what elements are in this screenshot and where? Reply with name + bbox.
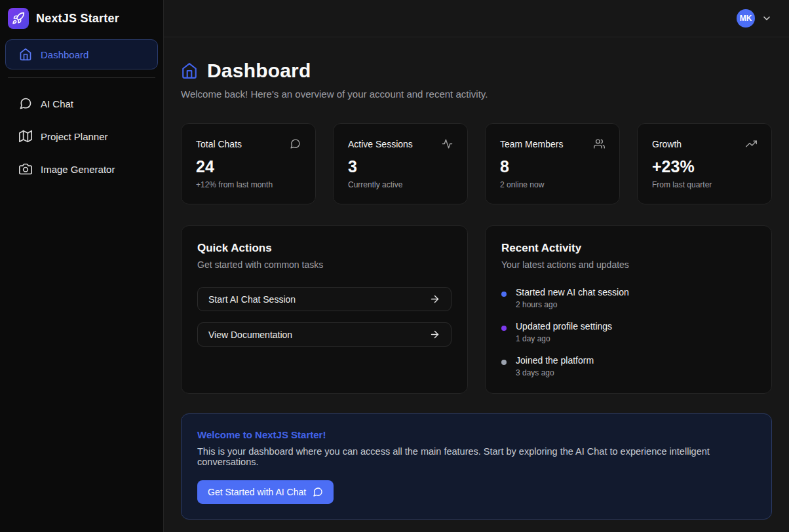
stat-subtext: 2 online now (500, 180, 605, 189)
start-ai-chat-session-button[interactable]: Start AI Chat Session (197, 287, 452, 311)
stat-subtext: Currently active (348, 180, 453, 189)
topbar: MK (164, 0, 789, 37)
stat-card-team-members: Team Members 8 2 online now (485, 123, 620, 204)
users-icon (594, 138, 605, 149)
brand-name: NextJS Starter (36, 12, 119, 26)
sidebar-item-label: Image Generator (41, 164, 115, 175)
activity-item: Started new AI chat session 2 hours ago (501, 287, 756, 309)
get-started-ai-chat-button[interactable]: Get Started with AI Chat (197, 480, 334, 504)
stat-label: Total Chats (196, 139, 242, 149)
middle-row: Quick Actions Get started with common ta… (181, 225, 772, 394)
welcome-banner: Welcome to NextJS Starter! This is your … (181, 413, 772, 520)
message-circle-icon (19, 97, 32, 110)
message-circle-icon (290, 138, 301, 149)
stat-label: Growth (652, 139, 682, 149)
recent-activity-title: Recent Activity (501, 242, 756, 255)
recent-activity-card: Recent Activity Your latest actions and … (485, 225, 772, 394)
sidebar-divider (8, 77, 155, 78)
action-label: Start AI Chat Session (208, 294, 296, 305)
recent-activity-subtitle: Your latest actions and updates (501, 259, 756, 270)
sidebar-item-ai-chat[interactable]: AI Chat (5, 88, 158, 119)
sidebar-nav: Dashboard AI Chat Project Planner (0, 38, 163, 188)
activity-time: 1 day ago (516, 334, 612, 343)
stat-subtext: +12% from last month (196, 180, 301, 189)
activity-text: Joined the platform (516, 355, 594, 366)
sidebar-item-image-generator[interactable]: Image Generator (5, 154, 158, 184)
stat-value: +23% (652, 157, 757, 176)
stat-card-active-sessions: Active Sessions 3 Currently active (333, 123, 468, 204)
stat-subtext: From last quarter (652, 180, 757, 189)
home-icon (19, 48, 32, 61)
home-icon (181, 62, 198, 79)
page-header: Dashboard (181, 60, 772, 82)
welcome-banner-title: Welcome to NextJS Starter! (197, 429, 756, 440)
activity-dot (501, 326, 507, 331)
sidebar: NextJS Starter Dashboard AI Chat (0, 0, 164, 532)
message-circle-icon (313, 487, 323, 497)
welcome-banner-body: This is your dashboard where you can acc… (197, 446, 756, 467)
page-title: Dashboard (207, 60, 311, 82)
activity-icon (442, 138, 453, 149)
stat-value: 3 (348, 157, 453, 176)
arrow-right-icon (429, 329, 440, 340)
rocket-logo-icon (8, 8, 29, 29)
stats-grid: Total Chats 24 +12% from last month Acti… (181, 123, 772, 204)
sidebar-item-dashboard[interactable]: Dashboard (5, 39, 158, 69)
page-subtitle: Welcome back! Here's an overview of your… (181, 88, 772, 100)
activity-item: Joined the platform 3 days ago (501, 355, 756, 377)
activity-time: 2 hours ago (516, 300, 629, 309)
brand: NextJS Starter (0, 0, 163, 38)
main-area: MK Dashboard Welcome back! Here's an ove… (164, 0, 789, 532)
view-documentation-button[interactable]: View Documentation (197, 322, 452, 347)
map-icon (19, 130, 32, 143)
activity-dot (501, 292, 507, 297)
action-label: View Documentation (208, 330, 292, 340)
stat-value: 24 (196, 157, 301, 176)
chevron-down-icon[interactable] (761, 13, 772, 24)
sidebar-item-label: AI Chat (41, 98, 73, 109)
sidebar-item-label: Project Planner (41, 131, 108, 142)
activity-item: Updated profile settings 1 day ago (501, 321, 756, 343)
stat-label: Team Members (500, 139, 563, 149)
camera-icon (19, 162, 32, 176)
stat-value: 8 (500, 157, 605, 176)
sidebar-item-label: Dashboard (41, 49, 88, 60)
sidebar-item-project-planner[interactable]: Project Planner (5, 121, 158, 151)
trending-up-icon (746, 138, 757, 149)
page-content: Dashboard Welcome back! Here's an overvi… (164, 37, 789, 532)
stat-label: Active Sessions (348, 139, 413, 149)
quick-actions-card: Quick Actions Get started with common ta… (181, 225, 468, 394)
quick-actions-subtitle: Get started with common tasks (197, 259, 452, 270)
stat-card-growth: Growth +23% From last quarter (637, 123, 772, 204)
activity-time: 3 days ago (516, 368, 594, 377)
activity-text: Updated profile settings (516, 321, 612, 332)
arrow-right-icon (429, 294, 440, 305)
stat-card-total-chats: Total Chats 24 +12% from last month (181, 123, 316, 204)
activity-text: Started new AI chat session (516, 287, 629, 297)
quick-actions-title: Quick Actions (197, 242, 452, 255)
cta-label: Get Started with AI Chat (208, 487, 306, 497)
activity-dot (501, 360, 507, 365)
avatar[interactable]: MK (737, 9, 755, 28)
